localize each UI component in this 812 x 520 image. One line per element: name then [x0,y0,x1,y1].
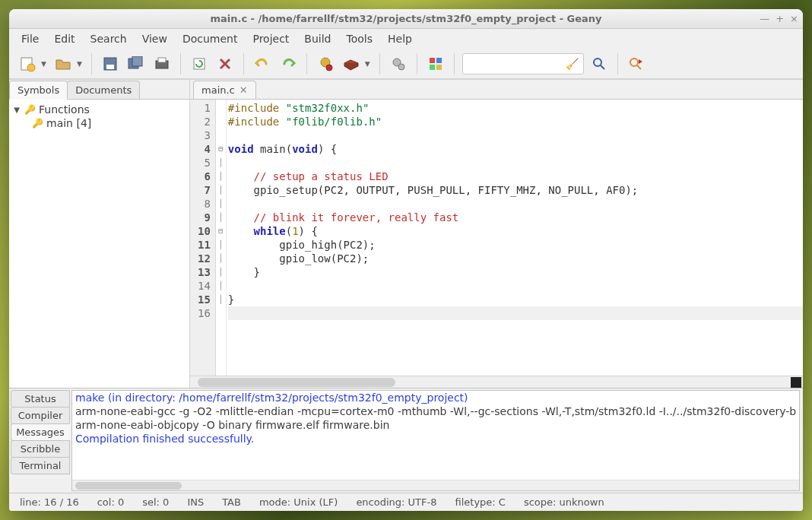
svg-point-17 [594,59,601,66]
tab-symbols[interactable]: Symbols [9,81,68,100]
printer-icon [154,56,170,71]
message-line: Compilation finished successfully. [72,432,799,445]
message-line: arm-none-eabi-gcc -g -O2 -mlittle-endian… [72,404,799,418]
status-filetype: filetype: C [455,496,505,508]
tree-label: main [4] [46,117,91,129]
status-encoding: encoding: UTF-8 [356,496,436,508]
scrollbar-thumb[interactable] [75,482,182,490]
gears-icon [391,56,406,71]
reload-icon [192,56,207,71]
tab-documents[interactable]: Documents [67,81,140,99]
clear-icon[interactable]: 🧹 [566,58,579,70]
scrollbar-thumb[interactable] [198,378,395,387]
titlebar: main.c - /home/farrellf/stm32/projects/s… [9,9,803,29]
symbol-tree[interactable]: ▼ 🔑 Functions 🔑 main [4] [9,100,189,388]
svg-line-20 [637,65,641,69]
svg-rect-3 [106,65,114,69]
editor-tab-label: main.c [201,84,235,96]
revert-button[interactable] [151,53,173,75]
editor-tabs: main.c ✕ [190,80,803,100]
brick-icon [343,57,360,71]
close-button[interactable]: × [790,13,798,24]
svg-point-10 [326,65,332,71]
save-button[interactable] [100,53,121,75]
tree-item-main[interactable]: 🔑 main [4] [9,116,189,130]
save-all-button[interactable] [125,53,147,75]
open-file-button[interactable] [52,53,74,75]
close-icon [218,57,232,71]
new-file-icon [19,55,36,72]
menu-project[interactable]: Project [246,31,295,46]
bottom-tab-compiler[interactable]: Compiler [11,407,70,424]
status-tab: TAB [222,496,241,508]
editor-tab-mainc[interactable]: main.c ✕ [193,81,256,99]
app-window: main.c - /home/farrellf/stm32/projects/s… [9,9,803,511]
compile-button[interactable] [315,53,336,75]
menu-help[interactable]: Help [382,31,418,46]
compile-icon [318,56,333,71]
color-swatch-icon [429,57,442,71]
toolbar: ▼ ▼ [9,49,803,79]
svg-point-1 [27,64,35,71]
bottom-tab-terminal[interactable]: Terminal [11,457,70,474]
bottom-tab-scribble[interactable]: Scribble [11,440,70,458]
status-col: col: 0 [97,496,125,508]
maximize-button[interactable]: + [776,13,784,24]
editor-h-scrollbar[interactable] [190,376,803,388]
svg-point-19 [630,59,638,66]
svg-rect-13 [430,58,435,63]
message-line: make (in directory: /home/farrellf/stm32… [72,391,799,404]
save-all-icon [128,56,144,71]
undo-button[interactable] [252,53,273,75]
svg-rect-7 [158,58,166,62]
tree-group-functions[interactable]: ▼ 🔑 Functions [9,103,189,116]
status-sel: sel: 0 [142,496,169,508]
build-button[interactable] [341,53,362,75]
side-panel: Symbols Documents ▼ 🔑 Functions 🔑 main [… [9,80,190,388]
toolbar-search-input[interactable]: 🧹 [462,53,584,75]
minimize-button[interactable]: — [760,13,769,24]
search-button[interactable] [588,53,610,75]
dropdown-caret-icon[interactable]: ▼ [41,60,46,68]
color-chooser-button[interactable] [425,53,446,75]
status-line: line: 16 / 16 [20,496,79,508]
editor-area: main.c ✕ 12345678910111213141516 ⊟│││││⊟… [190,80,803,388]
bottom-tab-messages[interactable]: Messages [11,423,70,441]
reload-button[interactable] [189,53,210,75]
dropdown-caret-icon[interactable]: ▼ [365,60,370,68]
svg-rect-14 [436,58,442,63]
messages-h-scrollbar[interactable] [72,480,799,490]
menu-build[interactable]: Build [298,31,337,46]
menu-edit[interactable]: Edit [48,31,81,46]
goto-line-button[interactable] [626,53,647,75]
bottom-panel: StatusCompilerMessagesScribbleTerminal m… [9,388,803,493]
redo-button[interactable] [278,53,299,75]
dropdown-caret-icon[interactable]: ▼ [77,60,82,68]
chevron-down-icon: ▼ [12,106,21,114]
menu-tools[interactable]: Tools [341,31,379,46]
menu-view[interactable]: View [136,31,173,46]
search-icon [592,56,607,71]
fold-column[interactable]: ⊟│││││⊟│││││ [216,100,227,376]
line-number-gutter: 12345678910111213141516 [190,100,216,376]
window-title: main.c - /home/farrellf/stm32/projects/s… [9,13,803,24]
message-line: arm-none-eabi-objcopy -O binary firmware… [72,418,799,432]
main-area: Symbols Documents ▼ 🔑 Functions 🔑 main [… [9,79,803,388]
goto-icon [628,56,645,71]
menu-file[interactable]: File [15,31,45,46]
close-icon[interactable]: ✕ [239,84,248,96]
messages-area[interactable]: make (in directory: /home/farrellf/stm32… [71,390,800,491]
code-content[interactable]: #include "stm32f0xx.h"#include "f0lib/f0… [227,100,803,376]
menu-search[interactable]: Search [84,31,133,46]
close-file-button[interactable] [214,53,236,75]
run-button[interactable] [388,53,409,75]
new-file-button[interactable] [17,53,38,75]
status-mode: mode: Unix (LF) [259,496,338,508]
save-icon [103,56,118,71]
menu-document[interactable]: Document [176,31,244,46]
code-editor[interactable]: 12345678910111213141516 ⊟│││││⊟│││││ #in… [190,100,803,376]
bottom-tab-status[interactable]: Status [11,390,70,407]
folder-open-icon [55,55,71,72]
status-ins: INS [187,496,204,508]
menubar: FileEditSearchViewDocumentProjectBuildTo… [9,29,803,49]
